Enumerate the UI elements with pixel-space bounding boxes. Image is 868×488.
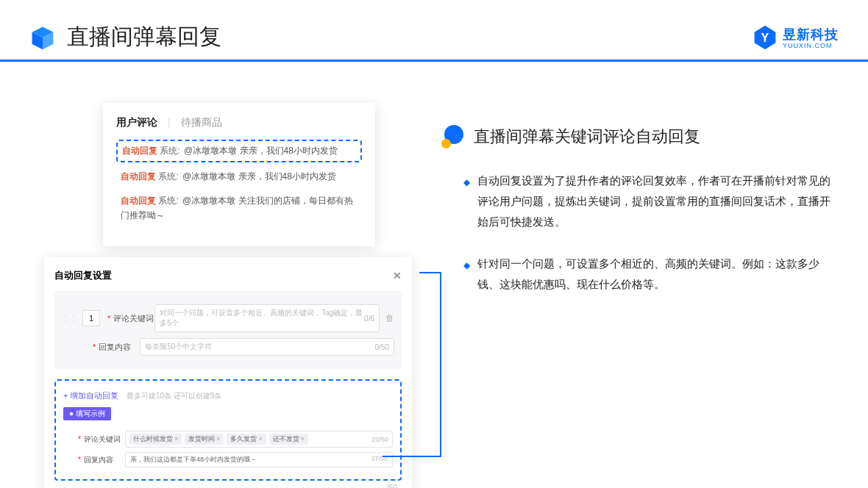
logo-text: 昱新科技 <box>783 26 839 43</box>
keyword-label: 评论关键词 <box>84 434 125 445</box>
delete-icon[interactable]: 🗑 <box>385 313 394 323</box>
char-count: 20/50 <box>371 436 388 443</box>
cube-icon <box>29 24 56 51</box>
char-count: 0/6 <box>364 315 374 323</box>
tab-pending-goods[interactable]: 待播商品 <box>181 116 222 129</box>
auto-reply-tag: 自动回复 <box>122 146 157 156</box>
brand-logo: Y 昱新科技 YUUXIN.COM <box>752 24 839 51</box>
message-text: @冰墩墩本墩 亲亲，我们48小时内发货 <box>184 146 338 156</box>
logo-subtitle: YUUXIN.COM <box>783 42 839 49</box>
auto-reply-settings-card: 自动回复设置 ✕ ⋮⋮ 1 * 评论关键词 对同一个问题，可设置多个相近、高频的… <box>44 257 412 488</box>
tag-item[interactable]: 还不发货× <box>269 434 308 445</box>
system-label: 系统: <box>160 146 179 156</box>
auto-reply-tag: 自动回复 <box>121 195 156 206</box>
form-group: ⋮⋮ 1 * 评论关键词 对同一个问题，可设置多个相近、高频的关键词，Tag确定… <box>54 291 402 369</box>
add-reply-link[interactable]: + 增加自动回复 <box>63 391 118 400</box>
input-placeholder: 每条限50个中文字符 <box>145 342 212 352</box>
system-label: 系统: <box>158 195 178 206</box>
content-input[interactable]: 亲，我们这边都是下单48小时内发货的哦～ 37/50 <box>125 452 393 467</box>
keyword-input[interactable]: 对同一个问题，可设置多个相近、高频的关键词，Tag确定，最多5个 0/6 <box>154 304 380 332</box>
bubble-icon <box>441 125 465 148</box>
auto-reply-tag: 自动回复 <box>121 171 156 182</box>
drag-handle-icon[interactable]: ⋮⋮ <box>62 314 78 323</box>
input-placeholder: 对同一个问题，可设置多个相近、高频的关键词，Tag确定，最多5个 <box>160 308 364 329</box>
example-box: + 增加自动回复 最多可建10条 还可以创建9条 ● 填写示例 * 评论关键词 … <box>54 379 402 481</box>
example-content-text: 亲，我们这边都是下单48小时内发货的哦～ <box>130 455 257 464</box>
required-star: * <box>78 456 81 464</box>
close-icon[interactable]: ✕ <box>393 270 402 281</box>
card-tabs: 用户评论 | 待播商品 <box>116 116 362 129</box>
content-input[interactable]: 每条限50个中文字符 0/50 <box>140 338 394 356</box>
tag-input[interactable]: 什么时候发货× 发货时间× 多久发货× 还不发货× 20/50 <box>125 431 393 448</box>
message-text: @冰墩墩本墩 亲亲，我们48小时内发货 <box>182 171 336 182</box>
bullet-text: 针对同一个问题，可设置多个相近的、高频的关键词。例如：这款多少钱、这块能优惠吗、… <box>477 254 831 295</box>
content-row: * 回复内容 每条限50个中文字符 0/50 <box>62 338 394 356</box>
keyword-row: ⋮⋮ 1 * 评论关键词 对同一个问题，可设置多个相近、高频的关键词，Tag确定… <box>62 304 394 332</box>
required-star: * <box>93 342 96 351</box>
page-title: 直播间弹幕回复 <box>67 22 752 52</box>
tab-user-comments[interactable]: 用户评论 <box>116 116 157 129</box>
page-header: 直播间弹幕回复 Y 昱新科技 YUUXIN.COM <box>0 0 868 62</box>
system-label: 系统: <box>158 171 178 182</box>
message-text: @冰墩墩本墩 关注我们的店铺，每日都有热门推荐呦～ <box>121 195 353 220</box>
outer-count: /50 <box>54 481 402 488</box>
content-label: 回复内容 <box>84 455 125 465</box>
add-reply-row: + 增加自动回复 最多可建10条 还可以创建9条 <box>63 388 393 401</box>
example-keyword-row: * 评论关键词 什么时候发货× 发货时间× 多久发货× 还不发货× 20/50 <box>78 431 393 448</box>
comments-card: 用户评论 | 待播商品 自动回复 系统: @冰墩墩本墩 亲亲，我们48小时内发货… <box>103 103 375 246</box>
connector-line <box>419 272 441 273</box>
diamond-icon: ◆ <box>463 174 470 232</box>
example-badge: ● 填写示例 <box>63 407 111 420</box>
tag-item[interactable]: 发货时间× <box>185 434 224 445</box>
char-count: 0/50 <box>375 343 389 351</box>
bullet-item: ◆ 针对同一个问题，可设置多个相近的、高频的关键词。例如：这款多少钱、这块能优惠… <box>463 254 831 295</box>
required-star: * <box>78 435 81 443</box>
settings-title: 自动回复设置 <box>54 269 112 282</box>
auto-reply-message: 自动回复 系统: @冰墩墩本墩 亲亲，我们48小时内发货 <box>116 167 362 187</box>
add-reply-hint: 最多可建10条 还可以创建9条 <box>127 392 221 400</box>
connector-line <box>383 456 441 457</box>
required-star: * <box>107 314 110 323</box>
tag-item[interactable]: 什么时候发货× <box>129 434 182 445</box>
bullet-text: 自动回复设置为了提升作者的评论回复效率，作者可在开播前针对常见的评论用户问题，提… <box>477 171 831 232</box>
tag-item[interactable]: 多久发货× <box>227 434 266 445</box>
example-content-row: * 回复内容 亲，我们这边都是下单48小时内发货的哦～ 37/50 <box>78 452 393 467</box>
keyword-label: 评论关键词 <box>113 313 154 324</box>
auto-reply-message: 自动回复 系统: @冰墩墩本墩 关注我们的店铺，每日都有热门推荐呦～ <box>116 191 362 225</box>
section-title: 直播间弹幕关键词评论自动回复 <box>474 126 700 148</box>
section-heading: 直播间弹幕关键词评论自动回复 <box>441 125 831 148</box>
svg-text:Y: Y <box>761 31 769 44</box>
auto-reply-message-highlighted: 自动回复 系统: @冰墩墩本墩 亲亲，我们48小时内发货 <box>116 140 362 162</box>
settings-header: 自动回复设置 ✕ <box>54 266 402 291</box>
tab-divider: | <box>168 116 171 129</box>
bullet-item: ◆ 自动回复设置为了提升作者的评论回复效率，作者可在开播前针对常见的评论用户问题… <box>463 171 831 232</box>
diamond-icon: ◆ <box>463 257 470 295</box>
content-label: 回复内容 <box>99 342 140 353</box>
index-box: 1 <box>82 310 100 326</box>
logo-icon: Y <box>752 24 778 51</box>
description-panel: 直播间弹幕关键词评论自动回复 ◆ 自动回复设置为了提升作者的评论回复效率，作者可… <box>441 125 831 317</box>
